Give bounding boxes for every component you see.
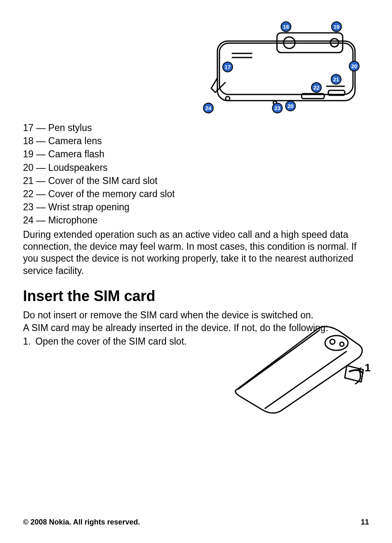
warm-device-note: During extended operation such as an act… [23,229,369,277]
insert-sim-heading: Insert the SIM card [23,288,369,305]
callout-21: 21 [331,74,341,85]
page-footer: © 2008 Nokia. All rights reserved. 11 [23,518,369,527]
svg-point-10 [226,97,230,101]
step-text: Open the cover of the SIM card slot. [35,336,187,347]
legend-item: 19 — Camera flash [23,147,369,161]
legend-item: 24 — Microphone [23,214,369,227]
callout-23: 23 [272,103,283,113]
legend-item: 22 — Cover of the memory card slot [23,187,369,200]
page-number: 11 [361,518,369,527]
sim-warning-text: Do not insert or remove the SIM card whe… [23,309,369,322]
legend-item: 20 — Loudspeakers [23,161,369,174]
legend-item: 21 — Cover of the SIM card slot [23,174,369,187]
callout-18: 18 [281,21,291,32]
parts-legend: 17 — Pen stylus 18 — Camera lens 19 — Ca… [23,121,369,227]
step-number: 1. [23,336,35,347]
phone-sim-illustration [224,320,367,415]
legend-item: 18 — Camera lens [23,134,369,147]
device-back-figure: 17 18 19 20 21 22 20 23 24 [203,16,367,117]
legend-item: 17 — Pen stylus [23,121,369,134]
svg-point-13 [330,339,335,344]
svg-point-14 [340,342,344,346]
callout-22: 22 [311,82,322,93]
svg-point-12 [325,336,348,350]
sim-open-figure: 1 [224,320,367,415]
copyright-text: © 2008 Nokia. All rights reserved. [23,518,140,527]
callout-19: 19 [331,21,342,32]
legend-item: 23 — Wrist strap opening [23,200,369,214]
callout-17: 17 [222,62,233,72]
sim-figure-label-1: 1 [365,361,371,374]
callout-20a: 20 [349,61,360,71]
svg-rect-0 [217,41,355,101]
callout-24: 24 [203,103,214,113]
callout-20b: 20 [285,101,296,111]
